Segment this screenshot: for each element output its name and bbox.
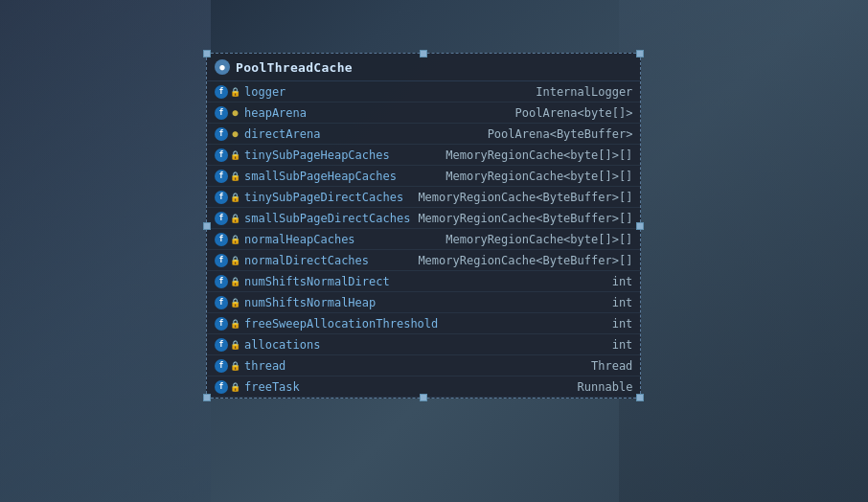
lock-icon: 🔒 xyxy=(230,149,240,160)
field-icons: f🔒 xyxy=(215,212,240,225)
field-icons: f🔒 xyxy=(215,359,240,373)
field-type: MemoryRegionCache<ByteBuffer>[] xyxy=(410,254,632,267)
field-row[interactable]: f🔒numShiftsNormalHeapint xyxy=(207,292,640,313)
field-icons: f● xyxy=(215,106,240,120)
field-name: logger xyxy=(244,85,286,99)
lock-icon: 🔒 xyxy=(230,234,240,244)
resize-handle-tc[interactable] xyxy=(420,50,427,57)
field-f-icon: f xyxy=(215,148,228,162)
field-row[interactable]: f🔒loggerInternalLogger xyxy=(207,81,640,103)
lock-icon: 🔒 xyxy=(230,339,240,350)
field-type: MemoryRegionCache<ByteBuffer>[] xyxy=(410,191,632,204)
field-icons: f🔒 xyxy=(215,317,240,331)
lock-icon: 🔒 xyxy=(230,213,240,223)
field-name: smallSubPageDirectCaches xyxy=(244,212,410,225)
class-name: PoolThreadCache xyxy=(236,60,353,75)
field-icons: f🔒 xyxy=(215,85,240,99)
resize-handle-br[interactable] xyxy=(636,394,644,401)
resize-handle-tr[interactable] xyxy=(636,50,644,57)
field-name: normalHeapCaches xyxy=(244,233,355,246)
field-f-icon: f xyxy=(215,359,228,373)
lock-icon: 🔒 xyxy=(230,297,240,308)
resize-handle-bl[interactable] xyxy=(203,394,211,401)
field-name: heapArena xyxy=(244,106,307,120)
class-icon: ● xyxy=(215,59,230,75)
field-icons: f● xyxy=(215,127,240,141)
background-figure-right xyxy=(619,0,868,502)
field-f-icon: f xyxy=(215,338,228,352)
field-row[interactable]: f●directArenaPoolArena<ByteBuffer> xyxy=(207,124,640,145)
field-row[interactable]: f🔒freeSweepAllocationThresholdint xyxy=(207,313,640,334)
field-row[interactable]: f🔒tinySubPageHeapCachesMemoryRegionCache… xyxy=(207,145,640,166)
field-row[interactable]: f🔒normalHeapCachesMemoryRegionCache<byte… xyxy=(207,229,640,250)
field-name: thread xyxy=(244,359,286,373)
field-type: MemoryRegionCache<byte[]>[] xyxy=(438,170,632,183)
field-f-icon: f xyxy=(215,212,228,225)
field-type: InternalLogger xyxy=(528,85,632,99)
field-row[interactable]: f🔒smallSubPageHeapCachesMemoryRegionCach… xyxy=(207,166,640,187)
field-row[interactable]: f●heapArenaPoolArena<byte[]> xyxy=(207,103,640,124)
field-type: int xyxy=(605,275,633,288)
field-f-icon: f xyxy=(215,170,228,183)
field-row[interactable]: f🔒normalDirectCachesMemoryRegionCache<By… xyxy=(207,250,640,271)
field-row[interactable]: f🔒threadThread xyxy=(207,355,640,376)
field-type: int xyxy=(605,317,633,331)
field-f-icon: f xyxy=(215,127,228,141)
field-f-icon: f xyxy=(215,85,228,99)
field-name: numShiftsNormalDirect xyxy=(244,275,390,288)
pool-thread-cache-panel: ● PoolThreadCache f🔒loggerInternalLogger… xyxy=(206,53,641,399)
field-name: normalDirectCaches xyxy=(244,254,369,267)
field-name: allocations xyxy=(244,338,320,352)
lock-icon: 🔒 xyxy=(230,192,240,202)
background-figure-left xyxy=(0,0,211,502)
field-name: directArena xyxy=(244,127,320,141)
field-row[interactable]: f🔒smallSubPageDirectCachesMemoryRegionCa… xyxy=(207,208,640,229)
field-type: int xyxy=(605,296,633,309)
field-f-icon: f xyxy=(215,317,228,331)
field-row[interactable]: f🔒tinySubPageDirectCachesMemoryRegionCac… xyxy=(207,187,640,208)
circle-icon: ● xyxy=(230,107,240,118)
lock-icon: 🔒 xyxy=(230,171,240,181)
field-type: MemoryRegionCache<ByteBuffer>[] xyxy=(410,212,632,225)
lock-icon: 🔒 xyxy=(230,381,240,392)
panel-title-bar: ● PoolThreadCache xyxy=(207,54,640,81)
lock-icon: 🔒 xyxy=(230,318,240,329)
field-type: Thread xyxy=(583,359,632,373)
lock-icon: 🔒 xyxy=(230,276,240,286)
field-name: smallSubPageHeapCaches xyxy=(244,170,397,183)
circle-icon: ● xyxy=(230,128,240,139)
field-type: MemoryRegionCache<byte[]>[] xyxy=(438,148,632,162)
field-f-icon: f xyxy=(215,275,228,288)
field-name: freeTask xyxy=(244,380,300,394)
field-f-icon: f xyxy=(215,380,228,394)
field-f-icon: f xyxy=(215,233,228,246)
resize-handle-tl[interactable] xyxy=(203,50,211,57)
class-panel: ● PoolThreadCache f🔒loggerInternalLogger… xyxy=(206,53,641,399)
field-row[interactable]: f🔒numShiftsNormalDirectint xyxy=(207,271,640,292)
field-f-icon: f xyxy=(215,106,228,120)
resize-handle-ml[interactable] xyxy=(203,222,211,230)
field-icons: f🔒 xyxy=(215,233,240,246)
resize-handle-bc[interactable] xyxy=(420,394,427,401)
field-name: tinySubPageDirectCaches xyxy=(244,191,403,204)
field-f-icon: f xyxy=(215,296,228,309)
fields-list: f🔒loggerInternalLoggerf●heapArenaPoolAre… xyxy=(207,81,640,398)
lock-icon: 🔒 xyxy=(230,360,240,371)
lock-icon: 🔒 xyxy=(230,86,240,97)
resize-handle-mr[interactable] xyxy=(636,222,644,230)
field-type: PoolArena<byte[]> xyxy=(508,106,633,120)
field-name: numShiftsNormalHeap xyxy=(244,296,376,309)
lock-icon: 🔒 xyxy=(230,255,240,265)
field-name: tinySubPageHeapCaches xyxy=(244,148,390,162)
field-f-icon: f xyxy=(215,254,228,267)
field-icons: f🔒 xyxy=(215,191,240,204)
field-type: PoolArena<ByteBuffer> xyxy=(480,127,633,141)
field-type: int xyxy=(605,338,633,352)
field-icons: f🔒 xyxy=(215,254,240,267)
field-row[interactable]: f🔒allocationsint xyxy=(207,334,640,355)
field-name: freeSweepAllocationThreshold xyxy=(244,317,438,331)
field-icons: f🔒 xyxy=(215,148,240,162)
field-f-icon: f xyxy=(215,191,228,204)
field-icons: f🔒 xyxy=(215,170,240,183)
field-icons: f🔒 xyxy=(215,380,240,394)
